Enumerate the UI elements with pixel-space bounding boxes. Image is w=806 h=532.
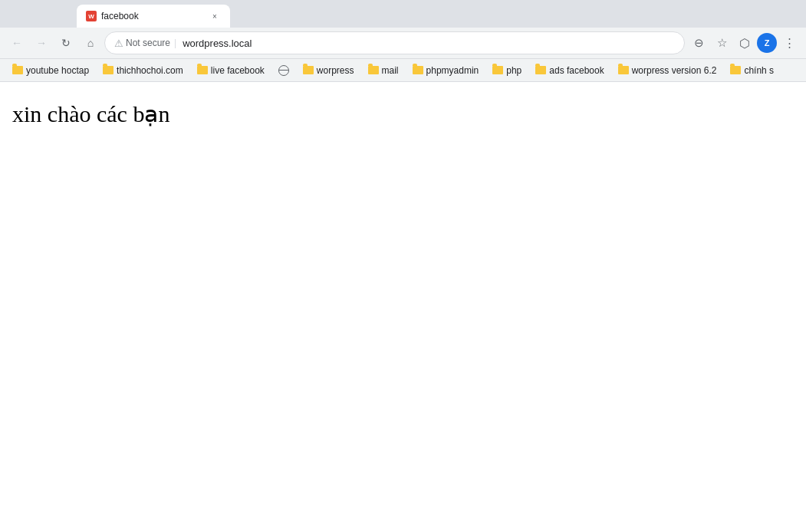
- address-bar[interactable]: ⚠ Not secure | wordpress.local: [104, 31, 685, 54]
- bookmark-label: thichhochoi.com: [117, 65, 183, 76]
- zoom-button[interactable]: ⊖: [688, 32, 709, 54]
- home-icon: ⌂: [87, 37, 94, 49]
- folder-icon: [618, 66, 629, 74]
- screenshot-icon: ⬡: [739, 36, 750, 51]
- bookmark-youtube-hoctap[interactable]: youtube hoctap: [6, 63, 95, 78]
- page-content: xin chào các bạn: [0, 82, 806, 532]
- bookmark-php[interactable]: php: [486, 63, 528, 78]
- folder-icon: [492, 66, 503, 74]
- bookmark-worpress[interactable]: worpress: [297, 63, 360, 78]
- bookmark-label: worpress: [317, 65, 354, 76]
- bookmark-label: chính s: [744, 65, 774, 76]
- folder-icon: [197, 66, 208, 74]
- bookmark-mail[interactable]: mail: [362, 63, 405, 78]
- home-button[interactable]: ⌂: [80, 32, 101, 54]
- zoom-icon: ⊖: [694, 36, 704, 50]
- profile-button[interactable]: Z: [757, 33, 777, 53]
- address-bar-row: ← → ↻ ⌂ ⚠ Not secure | wordpress.local ⊖…: [0, 28, 806, 58]
- profile-label: Z: [765, 38, 770, 48]
- bookmark-label: ads facebook: [549, 65, 604, 76]
- bookmarks-bar: youtube hoctapthichhochoi.comlive facebo…: [0, 58, 806, 81]
- reload-icon: ↻: [61, 37, 71, 49]
- separator: |: [174, 38, 176, 48]
- page-heading: xin chào các bạn: [12, 100, 794, 127]
- folder-icon: [12, 66, 23, 74]
- security-warning: ⚠ Not secure |: [114, 38, 178, 49]
- tab-close-button[interactable]: ×: [209, 10, 221, 22]
- bookmark-label: live facebook: [211, 65, 265, 76]
- back-icon: ←: [12, 37, 22, 49]
- bookmark-thichhochoi[interactable]: thichhochoi.com: [97, 63, 189, 78]
- bookmark-globe-item[interactable]: [272, 63, 295, 78]
- warning-icon: ⚠: [114, 38, 123, 49]
- forward-button[interactable]: →: [31, 32, 52, 54]
- screenshot-button[interactable]: ⬡: [734, 32, 755, 54]
- bookmark-label: worpress version 6.2: [632, 65, 717, 76]
- bookmark-chinh-su[interactable]: chính s: [724, 63, 780, 78]
- active-tab[interactable]: W facebook ×: [77, 5, 230, 28]
- bookmark-label: youtube hoctap: [26, 65, 89, 76]
- bookmark-label: phpmyadmin: [426, 65, 479, 76]
- folder-icon: [368, 66, 379, 74]
- bookmark-icon: ☆: [717, 36, 727, 50]
- bookmark-button[interactable]: ☆: [711, 32, 732, 54]
- bookmark-worpress-version[interactable]: worpress version 6.2: [612, 63, 723, 78]
- not-secure-label: Not secure: [126, 38, 170, 48]
- bookmark-live-facebook[interactable]: live facebook: [191, 63, 271, 78]
- folder-icon: [103, 66, 113, 74]
- back-button[interactable]: ←: [6, 32, 28, 54]
- menu-icon: ⋮: [784, 36, 795, 50]
- tab-bar: W facebook ×: [0, 0, 806, 28]
- folder-icon: [303, 66, 314, 74]
- bookmark-label: php: [506, 65, 521, 76]
- bookmark-phpmyadmin[interactable]: phpmyadmin: [406, 63, 485, 78]
- bookmark-ads-facebook[interactable]: ads facebook: [529, 63, 610, 78]
- folder-icon: [413, 66, 423, 74]
- url-text: wordpress.local: [183, 38, 252, 49]
- folder-icon: [535, 66, 546, 74]
- menu-button[interactable]: ⋮: [778, 32, 800, 54]
- folder-icon: [730, 66, 741, 74]
- tab-favicon: W: [86, 11, 97, 21]
- reload-button[interactable]: ↻: [55, 32, 77, 54]
- forward-icon: →: [36, 37, 47, 49]
- tab-title: facebook: [101, 11, 204, 21]
- browser-chrome: W facebook × ← → ↻ ⌂ ⚠ Not secure | word…: [0, 0, 806, 82]
- globe-icon: [278, 65, 289, 76]
- toolbar-icons: ⊖ ☆ ⬡ Z ⋮: [688, 32, 800, 54]
- bookmark-label: mail: [382, 65, 399, 76]
